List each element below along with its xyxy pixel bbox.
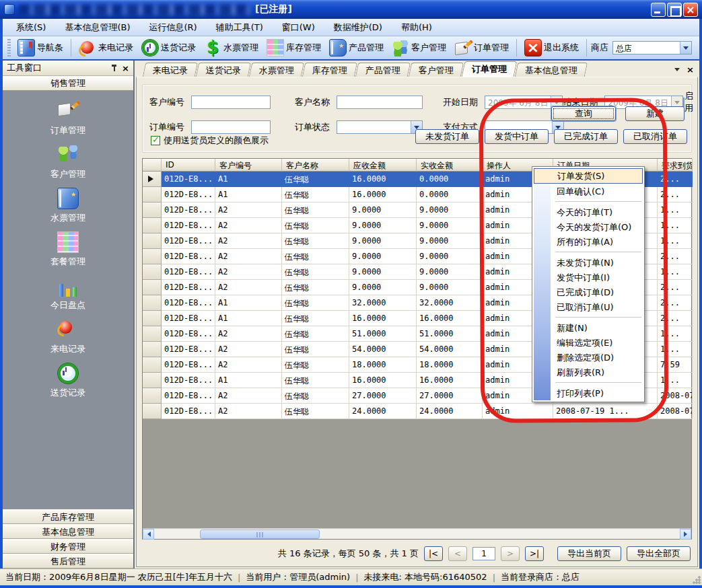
cell-name[interactable]: 伍华聪 bbox=[282, 249, 349, 264]
cell-receivable[interactable]: 16.0000 bbox=[349, 311, 417, 326]
sidebar-item-people[interactable]: 客户管理 bbox=[50, 144, 85, 180]
menubar-item[interactable]: 帮助(H) bbox=[393, 20, 440, 36]
order-status-select[interactable] bbox=[337, 120, 423, 134]
sidebar-group-bar[interactable]: 基本信息管理 bbox=[3, 524, 133, 539]
cell-receivable[interactable]: 51.0000 bbox=[349, 326, 417, 342]
tab-产品管理[interactable]: 产品管理 bbox=[355, 63, 411, 77]
context-menu-item[interactable]: 编辑选定项(E) bbox=[534, 335, 643, 350]
cell-name[interactable]: 伍华聪 bbox=[282, 218, 349, 233]
cell-order_date[interactable]: 2008-07-19 1... bbox=[553, 404, 658, 419]
export-all-pages-button[interactable]: 导出全部页 bbox=[627, 546, 691, 561]
toolbar-grip[interactable] bbox=[7, 39, 11, 57]
menubar-item[interactable]: 系统(S) bbox=[8, 20, 54, 36]
cell-name[interactable]: 伍华聪 bbox=[282, 172, 349, 187]
cell-received[interactable]: 54.0000 bbox=[417, 342, 483, 357]
cell-id[interactable]: 012D-E8... bbox=[162, 233, 215, 249]
tab-送货记录[interactable]: 送货记录 bbox=[196, 63, 251, 77]
close-button[interactable] bbox=[683, 3, 698, 17]
cell-id[interactable]: 012D-E8... bbox=[162, 295, 215, 311]
cell-received[interactable]: 32.0000 bbox=[417, 295, 483, 311]
cell-required_date[interactable]: 1... bbox=[658, 342, 693, 357]
cell-received[interactable]: 9.0000 bbox=[417, 233, 483, 249]
cell-receivable[interactable]: 16.0000 bbox=[349, 172, 417, 187]
cell-id[interactable]: 012D-E8... bbox=[162, 373, 215, 388]
cell-required_date[interactable]: 2008-07-19 1... bbox=[658, 388, 693, 404]
chevron-down-icon[interactable] bbox=[680, 42, 691, 54]
cell-name[interactable]: 伍华聪 bbox=[282, 404, 349, 419]
toolbar-button-book[interactable]: 产品管理 bbox=[326, 38, 387, 58]
cell-id[interactable]: 012D-E8... bbox=[162, 342, 215, 357]
menubar-item[interactable]: 辅助工具(T) bbox=[208, 20, 271, 36]
cell-receivable[interactable]: 27.0000 bbox=[349, 388, 417, 404]
context-menu-item[interactable]: 今天的订单(T) bbox=[534, 205, 643, 219]
cell-receivable[interactable]: 54.0000 bbox=[349, 342, 417, 357]
cell-received[interactable]: 24.0000 bbox=[417, 404, 483, 419]
cell-receivable[interactable]: 9.0000 bbox=[349, 203, 417, 218]
context-menu-item[interactable]: 今天的发货订单(O) bbox=[534, 219, 643, 234]
cell-received[interactable]: 9.0000 bbox=[417, 203, 483, 218]
row-selector[interactable] bbox=[143, 404, 162, 419]
cell-received[interactable]: 9.0000 bbox=[417, 280, 483, 295]
row-selector[interactable] bbox=[143, 203, 162, 218]
sidebar-group-sales[interactable]: 销售管理 bbox=[3, 76, 133, 91]
tab-close-icon[interactable]: × bbox=[687, 65, 694, 75]
cell-id[interactable]: 012D-E8... bbox=[162, 187, 215, 203]
context-menu-item[interactable]: 新建(N) bbox=[534, 320, 643, 335]
menubar-item[interactable]: 窗口(W) bbox=[274, 20, 323, 36]
sidebar-group-bar[interactable]: 财务管理 bbox=[3, 539, 133, 554]
sidebar-group-bar[interactable]: 产品库存管理 bbox=[3, 509, 133, 524]
toolbar-button-bell[interactable]: 来电记录 bbox=[75, 38, 137, 58]
new-button[interactable]: 新建 bbox=[625, 106, 685, 121]
resize-grip[interactable] bbox=[692, 575, 701, 584]
cell-required_date[interactable]: 1... bbox=[658, 203, 693, 218]
status-filter-button[interactable]: 发货中订单 bbox=[485, 129, 549, 144]
cell-code[interactable]: A1 bbox=[215, 172, 282, 187]
scroll-right-icon[interactable] bbox=[680, 529, 691, 540]
row-selector[interactable] bbox=[143, 218, 162, 233]
row-selector-arrow-icon[interactable] bbox=[143, 172, 162, 187]
cell-required_date[interactable]: 1... bbox=[658, 373, 693, 388]
cell-id[interactable]: 012D-E8... bbox=[162, 203, 215, 218]
cell-received[interactable]: 16.0000 bbox=[417, 373, 483, 388]
cell-required_date[interactable]: 2008-07-19 1... bbox=[658, 404, 693, 419]
sidebar-group-bar[interactable]: 售后管理 bbox=[3, 554, 133, 568]
row-selector[interactable] bbox=[143, 342, 162, 357]
cell-received[interactable]: 0.0000 bbox=[417, 172, 483, 187]
cell-required_date[interactable]: 7:59 bbox=[658, 357, 693, 373]
cell-code[interactable]: A1 bbox=[215, 295, 282, 311]
cell-received[interactable]: 9.0000 bbox=[417, 218, 483, 233]
cell-id[interactable]: 012D-E8... bbox=[162, 388, 215, 404]
cell-code[interactable]: A1 bbox=[215, 373, 282, 388]
cell-operator[interactable]: admin bbox=[483, 404, 553, 419]
cell-received[interactable]: 16.0000 bbox=[417, 311, 483, 326]
context-menu-item[interactable]: 回单确认(C) bbox=[534, 184, 643, 198]
toolbar-button-scrollpen[interactable]: 订单管理 bbox=[451, 38, 512, 58]
row-selector[interactable] bbox=[143, 249, 162, 264]
menubar-item[interactable]: 基本信息管理(B) bbox=[57, 20, 138, 36]
cell-receivable[interactable]: 18.0000 bbox=[349, 357, 417, 373]
last-page-button[interactable]: >| bbox=[525, 546, 544, 561]
tab-基本信息管理[interactable]: 基本信息管理 bbox=[515, 63, 588, 77]
cell-name[interactable]: 伍华聪 bbox=[282, 373, 349, 388]
cell-required_date[interactable]: 2... bbox=[658, 249, 693, 264]
sidebar-item-scrollpen[interactable]: 订单管理 bbox=[50, 100, 85, 137]
cell-required_date[interactable]: 2... bbox=[658, 187, 693, 203]
cell-code[interactable]: A2 bbox=[215, 218, 282, 233]
cell-name[interactable]: 伍华聪 bbox=[282, 203, 349, 218]
row-selector[interactable] bbox=[143, 311, 162, 326]
cell-receivable[interactable]: 16.0000 bbox=[349, 373, 417, 388]
status-filter-button[interactable]: 已完成订单 bbox=[554, 129, 618, 144]
cell-required_date[interactable]: 1... bbox=[658, 233, 693, 249]
context-menu-item[interactable]: 已完成订单(D) bbox=[534, 285, 643, 299]
sidebar-item-grid[interactable]: 套餐管理 bbox=[50, 231, 85, 268]
sidebar-item-bell[interactable]: 来电记录 bbox=[50, 319, 85, 355]
cell-code[interactable]: A2 bbox=[215, 264, 282, 280]
cell-name[interactable]: 伍华聪 bbox=[282, 357, 349, 373]
row-selector[interactable] bbox=[143, 264, 162, 280]
next-page-button[interactable]: > bbox=[501, 546, 520, 561]
enable-checkbox[interactable] bbox=[683, 98, 685, 107]
cell-received[interactable]: 18.0000 bbox=[417, 357, 483, 373]
cell-received[interactable]: 0.0000 bbox=[417, 187, 483, 203]
toolbar-button-dollar[interactable]: 水票管理 bbox=[201, 38, 262, 58]
minimize-button[interactable] bbox=[651, 3, 666, 17]
